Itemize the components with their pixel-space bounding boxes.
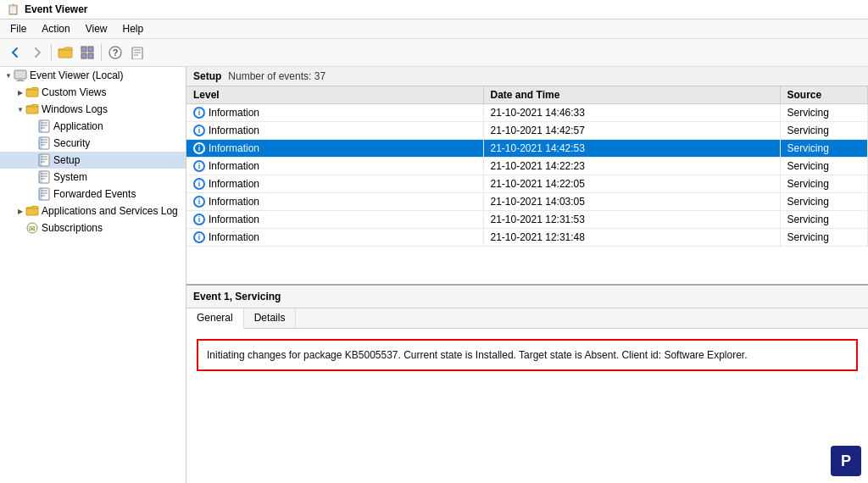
- table-row[interactable]: i Information 21-10-2021 12:31:53 Servic…: [186, 211, 868, 229]
- sidebar-label-root: Event Viewer (Local): [30, 69, 124, 81]
- menu-item-action[interactable]: Action: [35, 21, 76, 36]
- table-row[interactable]: i Information 21-10-2021 14:42:57 Servic…: [186, 122, 868, 140]
- tree-icon-security: [37, 136, 51, 150]
- sidebar-label-windows-logs: Windows Logs: [42, 103, 108, 115]
- info-icon-4: i: [193, 178, 205, 190]
- tree-icon-app-services: [25, 204, 39, 218]
- menu-item-help[interactable]: Help: [116, 21, 151, 36]
- sidebar-item-security[interactable]: Security: [0, 135, 186, 152]
- sidebar-item-root[interactable]: ▼Event Viewer (Local): [0, 67, 186, 84]
- table-header-row: Level Date and Time Source: [186, 86, 868, 104]
- svg-rect-1: [81, 47, 86, 52]
- svg-rect-11: [14, 70, 26, 79]
- cell-source-7: Servicing: [780, 229, 868, 247]
- info-icon-1: i: [193, 125, 205, 136]
- info-icon-3: i: [193, 160, 205, 172]
- level-label-0: Information: [209, 107, 259, 119]
- toolbar-separator-2: [101, 44, 102, 61]
- sidebar: ▼Event Viewer (Local)▶Custom Views▼Windo…: [0, 67, 186, 483]
- cell-datetime-4: 21-10-2021 14:22:05: [483, 175, 780, 193]
- help-button[interactable]: ?: [105, 42, 125, 63]
- svg-rect-7: [132, 47, 142, 59]
- properties-button[interactable]: [127, 42, 147, 63]
- cell-datetime-3: 21-10-2021 14:22:23: [483, 158, 780, 175]
- tree-arrow-root: ▼: [3, 70, 14, 80]
- tree-icon-custom-views: [25, 86, 39, 99]
- col-source: Source: [780, 86, 868, 104]
- details-tabs: GeneralDetails: [186, 308, 868, 329]
- cell-level-3: i Information: [186, 158, 483, 175]
- watermark: P: [831, 446, 861, 476]
- cell-datetime-7: 21-10-2021 12:31:48: [483, 229, 780, 247]
- table-row[interactable]: i Information 21-10-2021 14:22:05 Servic…: [186, 175, 868, 193]
- sidebar-item-system[interactable]: System: [0, 169, 186, 186]
- tree-icon-forwarded-events: [37, 187, 51, 201]
- menu-item-file[interactable]: File: [3, 21, 33, 36]
- sidebar-label-system: System: [53, 171, 87, 183]
- cell-source-5: Servicing: [780, 193, 868, 211]
- level-label-3: Information: [209, 160, 259, 172]
- sidebar-item-forwarded-events[interactable]: Forwarded Events: [0, 186, 186, 203]
- svg-rect-35: [39, 171, 42, 183]
- sidebar-item-application[interactable]: Application: [0, 118, 186, 135]
- cell-datetime-6: 21-10-2021 12:31:53: [483, 211, 780, 229]
- level-label-1: Information: [209, 125, 259, 136]
- level-label-2: Information: [209, 142, 259, 154]
- event-table[interactable]: Level Date and Time Source i Information…: [186, 86, 868, 284]
- sidebar-label-application: Application: [53, 120, 103, 132]
- table-row[interactable]: i Information 21-10-2021 14:42:53 Servic…: [186, 140, 868, 158]
- level-label-4: Information: [209, 178, 259, 190]
- level-label-5: Information: [209, 196, 259, 208]
- cell-source-4: Servicing: [780, 175, 868, 193]
- info-icon-0: i: [193, 107, 205, 119]
- info-icon-2: i: [193, 142, 205, 154]
- info-icon-6: i: [193, 214, 205, 225]
- tree-arrow-forwarded-events: [27, 189, 37, 199]
- svg-rect-25: [39, 137, 42, 149]
- sidebar-item-subscriptions[interactable]: ✉Subscriptions: [0, 219, 186, 236]
- details-header: Event 1, Servicing: [186, 286, 868, 308]
- table-row[interactable]: i Information 21-10-2021 12:31:48 Servic…: [186, 229, 868, 247]
- tree-icon-system: [37, 170, 51, 184]
- col-level: Level: [186, 86, 483, 104]
- sidebar-label-custom-views: Custom Views: [42, 86, 106, 98]
- sidebar-label-app-services: Applications and Services Log: [42, 205, 178, 217]
- menu-item-view[interactable]: View: [79, 21, 114, 36]
- details-content: Initiating changes for package KB5005537…: [186, 329, 868, 483]
- details-tab-details[interactable]: Details: [244, 308, 297, 328]
- sidebar-label-security: Security: [53, 137, 90, 149]
- cell-source-6: Servicing: [780, 211, 868, 229]
- cell-level-2: i Information: [186, 140, 483, 158]
- sidebar-label-subscriptions: Subscriptions: [42, 222, 103, 234]
- toolbar-separator-1: [51, 44, 52, 61]
- details-tab-general[interactable]: General: [186, 308, 244, 329]
- cell-source-2: Servicing: [780, 140, 868, 158]
- show-hide-button[interactable]: [77, 42, 97, 63]
- tree-icon-root: [14, 69, 27, 82]
- table-row[interactable]: i Information 21-10-2021 14:46:33 Servic…: [186, 104, 868, 122]
- sidebar-item-app-services[interactable]: ▶Applications and Services Log: [0, 203, 186, 219]
- cell-source-0: Servicing: [780, 104, 868, 122]
- tree-arrow-windows-logs: ▼: [15, 104, 25, 114]
- title-bar: 📋 Event Viewer: [0, 0, 868, 19]
- table-row[interactable]: i Information 21-10-2021 14:03:05 Servic…: [186, 193, 868, 211]
- tree-arrow-setup: [27, 155, 37, 165]
- back-button[interactable]: [5, 42, 25, 63]
- tree-arrow-subscriptions: [15, 223, 25, 233]
- folder-button[interactable]: [55, 42, 75, 63]
- sidebar-item-windows-logs[interactable]: ▼Windows Logs: [0, 101, 186, 118]
- tree-arrow-application: [27, 121, 37, 131]
- table-row[interactable]: i Information 21-10-2021 14:22:23 Servic…: [186, 158, 868, 175]
- tree-arrow-system: [27, 172, 37, 182]
- forward-button[interactable]: [27, 42, 47, 63]
- sidebar-item-custom-views[interactable]: ▶Custom Views: [0, 84, 186, 101]
- svg-text:✉: ✉: [29, 225, 36, 233]
- level-label-7: Information: [209, 231, 259, 243]
- tree-icon-subscriptions: ✉: [25, 221, 39, 235]
- sidebar-item-setup[interactable]: Setup: [0, 152, 186, 169]
- svg-rect-4: [88, 53, 93, 58]
- tree-arrow-custom-views: ▶: [15, 87, 25, 97]
- svg-rect-20: [39, 120, 42, 132]
- cell-level-1: i Information: [186, 122, 483, 140]
- cell-source-3: Servicing: [780, 158, 868, 175]
